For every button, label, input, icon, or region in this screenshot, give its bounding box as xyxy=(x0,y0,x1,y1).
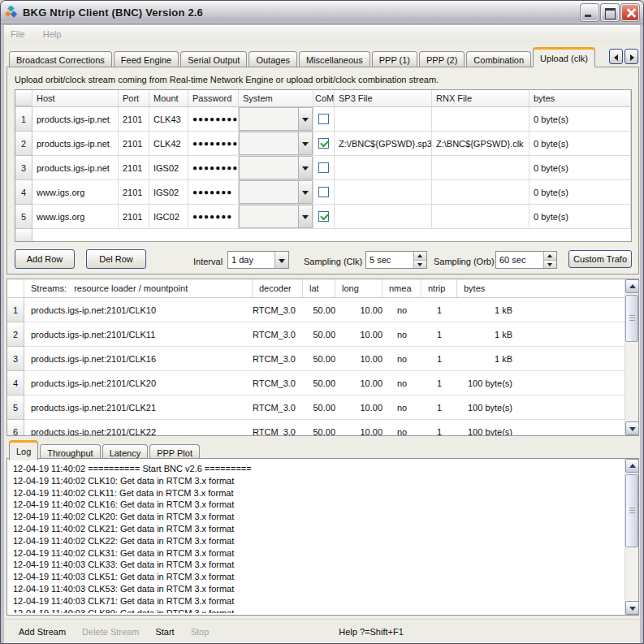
start-action[interactable]: Start xyxy=(147,627,182,637)
ntrip-cell: 1 xyxy=(421,298,457,322)
col-header-bytes: bytes xyxy=(457,279,638,297)
sp3-cell[interactable] xyxy=(335,156,432,180)
mount-cell[interactable]: IGS02 xyxy=(149,156,188,180)
spin-down-icon[interactable] xyxy=(544,261,556,269)
system-select[interactable] xyxy=(239,156,313,179)
tab-feed-engine[interactable]: Feed Engine xyxy=(114,51,179,67)
mount-cell[interactable]: CLK42 xyxy=(149,132,188,156)
chevron-down-icon[interactable] xyxy=(298,205,312,227)
com-checkbox[interactable] xyxy=(318,187,329,197)
password-cell[interactable]: ●●●●●●●● xyxy=(188,132,239,156)
password-cell[interactable]: ●●●●●●● xyxy=(188,180,239,205)
spin-up-icon[interactable] xyxy=(414,252,426,261)
scrollbar-thumb[interactable] xyxy=(625,474,638,547)
sp3-cell[interactable] xyxy=(335,205,432,229)
chevron-down-icon[interactable] xyxy=(298,132,312,154)
sp3-cell[interactable] xyxy=(335,180,432,205)
streams-scrollbar[interactable] xyxy=(625,279,638,435)
port-cell[interactable]: 2101 xyxy=(119,156,149,180)
tab-serial-output[interactable]: Serial Output xyxy=(180,51,247,67)
interval-select[interactable]: 1 day xyxy=(227,251,289,269)
stream-row[interactable]: 1 products.igs-ip.net:2101/CLK10 RTCM_3.… xyxy=(7,298,625,322)
empty-row-strip xyxy=(15,229,631,242)
del-row-button[interactable]: Del Row xyxy=(86,249,146,269)
log-scrollbar[interactable] xyxy=(625,459,638,615)
sampling-orb-spinner[interactable]: 60 sec xyxy=(495,251,557,269)
password-cell[interactable]: ●●●●●●●● xyxy=(188,107,239,132)
sampling-orb-label: Sampling (Orb) xyxy=(434,253,495,270)
tab-miscellaneous[interactable]: Miscellaneous xyxy=(299,51,370,67)
tab-broadcast-corrections[interactable]: Broadcast Corrections xyxy=(9,51,112,67)
stream-row[interactable]: 3 products.igs-ip.net:2101/CLK16 RTCM_3.… xyxy=(7,347,625,371)
sampling-clk-spinner[interactable]: 5 sec xyxy=(365,251,427,269)
system-select[interactable] xyxy=(239,132,313,155)
tab-combination[interactable]: Combination xyxy=(466,51,531,67)
com-checkbox[interactable] xyxy=(318,211,329,222)
host-cell[interactable]: www.igs.org xyxy=(32,205,119,229)
host-cell[interactable]: products.igs-ip.net xyxy=(32,156,119,180)
chevron-down-icon[interactable] xyxy=(298,181,312,203)
scroll-up-icon[interactable] xyxy=(625,279,639,293)
add-stream-action[interactable]: Add Stream xyxy=(11,627,74,637)
stream-row[interactable]: 4 products.igs-ip.net:2101/CLK20 RTCM_3.… xyxy=(7,371,625,395)
scroll-up-icon[interactable] xyxy=(625,459,639,473)
rnx-cell[interactable] xyxy=(432,205,529,229)
rnx-cell[interactable] xyxy=(432,156,529,180)
tab-ppp-1[interactable]: PPP (1) xyxy=(372,51,417,67)
com-checkbox[interactable] xyxy=(318,162,329,173)
sampling-clk-label: Sampling (Clk) xyxy=(304,253,362,270)
com-checkbox[interactable] xyxy=(318,114,329,124)
port-cell[interactable]: 2101 xyxy=(119,107,149,132)
spin-down-icon[interactable] xyxy=(414,261,426,269)
custom-trafo-button[interactable]: Custom Trafo xyxy=(568,250,632,268)
log-line: 12-04-19 11:40:02 CLK11: Get data in RTC… xyxy=(13,487,622,499)
port-cell[interactable]: 2101 xyxy=(119,132,149,156)
chevron-down-icon[interactable] xyxy=(298,108,312,130)
sp3-cell[interactable]: Z:\/BNC${GPSWD}.sp3 xyxy=(335,132,432,156)
add-row-button[interactable]: Add Row xyxy=(15,249,75,269)
tab-scroll-right-icon[interactable] xyxy=(625,49,638,64)
host-cell[interactable]: products.igs-ip.net xyxy=(32,107,119,132)
password-cell[interactable]: ●●●●●●●● xyxy=(188,156,239,180)
tab-scroll-left-icon[interactable] xyxy=(609,49,623,64)
spin-up-icon[interactable] xyxy=(544,252,556,261)
tab-log[interactable]: Log xyxy=(9,440,38,460)
host-cell[interactable]: www.igs.org xyxy=(32,180,119,205)
lat-cell: 50.00 xyxy=(303,420,335,435)
tab-outages[interactable]: Outages xyxy=(249,51,297,67)
scrollbar-thumb[interactable] xyxy=(625,295,638,342)
stream-row[interactable]: 2 products.igs-ip.net:2101/CLK11 RTCM_3.… xyxy=(7,322,625,347)
tab-ppp-2[interactable]: PPP (2) xyxy=(419,51,465,67)
system-select[interactable] xyxy=(239,180,313,204)
stream-row[interactable]: 5 products.igs-ip.net:2101/CLK21 RTCM_3.… xyxy=(7,395,625,420)
rnx-cell[interactable] xyxy=(432,180,529,205)
main-tab-bar: Broadcast Corrections Feed Engine Serial… xyxy=(9,47,607,67)
mount-cell[interactable]: CLK43 xyxy=(149,107,188,132)
scroll-down-icon[interactable] xyxy=(625,421,639,435)
mount-cell[interactable]: IGS02 xyxy=(149,180,188,205)
chevron-down-icon[interactable] xyxy=(274,252,288,268)
close-button[interactable] xyxy=(621,4,639,21)
password-cell[interactable]: ●●●●●●● xyxy=(188,205,239,229)
minimize-button[interactable] xyxy=(581,4,599,21)
nmea-cell: no xyxy=(383,322,421,347)
port-cell[interactable]: 2101 xyxy=(119,180,149,205)
col-header-lat: lat xyxy=(303,279,335,297)
mount-cell[interactable]: IGC02 xyxy=(149,205,188,229)
stream-row[interactable]: 6 products.igs-ip.net:2101/CLK22 RTCM_3.… xyxy=(7,420,625,435)
tab-upload-clk[interactable]: Upload (clk) xyxy=(533,47,595,67)
system-select-value xyxy=(240,205,298,227)
port-cell[interactable]: 2101 xyxy=(119,205,149,229)
maximize-button[interactable] xyxy=(601,4,619,21)
rnx-cell[interactable] xyxy=(432,107,529,132)
system-select[interactable] xyxy=(239,205,313,228)
com-checkbox[interactable] xyxy=(318,138,329,149)
sp3-cell[interactable] xyxy=(335,107,432,132)
log-line: 12-04-19 11:40:02 CLK20: Get data in RTC… xyxy=(13,511,622,523)
system-select[interactable] xyxy=(239,107,313,131)
rnx-cell[interactable]: Z:\BNC${GPSWD}.clk xyxy=(432,132,529,156)
scroll-down-icon[interactable] xyxy=(625,601,639,615)
chevron-down-icon[interactable] xyxy=(298,157,312,179)
delete-stream-action: Delete Stream xyxy=(74,627,147,637)
host-cell[interactable]: products.igs-ip.net xyxy=(32,132,119,156)
